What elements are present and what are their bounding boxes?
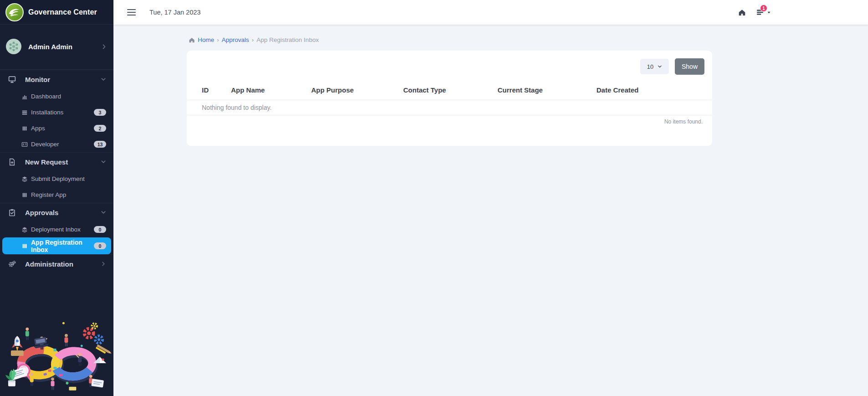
- column-header-app-purpose: App Purpose: [311, 86, 403, 94]
- chevron-down-icon: [101, 210, 106, 215]
- item-label: Deployment Inbox: [31, 226, 94, 233]
- count-badge: 13: [94, 141, 106, 148]
- main-column: Tue, 17 Jan 2023 1 Home › Approvals › Ap…: [113, 0, 868, 396]
- column-header-current-stage: Current Stage: [498, 86, 596, 94]
- app-logo-icon: [5, 3, 24, 21]
- sidebar-section-new-request[interactable]: New Request: [0, 152, 113, 171]
- clipboard-check-icon: [8, 209, 16, 216]
- sidebar-item-submit-deployment[interactable]: Submit Deployment: [0, 171, 113, 187]
- chevron-right-icon: [101, 261, 106, 267]
- table-empty-message: Nothing found to display.: [187, 100, 712, 115]
- show-button[interactable]: Show: [675, 58, 704, 75]
- breadcrumb-approvals-link[interactable]: Approvals: [222, 36, 249, 43]
- breadcrumb-separator: ›: [252, 36, 254, 43]
- rows-icon: [21, 109, 28, 116]
- sidebar-item-app-registration-inbox[interactable]: App Registration Inbox 0: [2, 237, 111, 254]
- monitor-icon: [8, 76, 16, 83]
- item-label: Installations: [31, 109, 94, 116]
- columns-icon: [21, 243, 28, 249]
- topbar-actions: 1: [738, 8, 771, 16]
- sidebar-item-developer[interactable]: Developer 13: [0, 136, 113, 152]
- item-label: App Registration Inbox: [31, 239, 94, 253]
- count-badge: 0: [94, 242, 106, 249]
- breadcrumb-home-link[interactable]: Home: [198, 36, 214, 43]
- sidebar-item-register-app[interactable]: Register App: [0, 187, 113, 203]
- column-header-date-created: Date Created: [596, 86, 703, 94]
- chevron-down-icon: [101, 159, 106, 165]
- id-card-icon: [21, 141, 28, 148]
- app-root: Governance Center Admin Admin M: [0, 0, 868, 396]
- sidebar-section-monitor[interactable]: Monitor: [0, 70, 113, 88]
- column-header-contact-type: Contact Type: [403, 86, 498, 94]
- page-size-select[interactable]: 10: [640, 59, 669, 74]
- section-label: Monitor: [25, 76, 101, 83]
- sidebar-item-dashboard[interactable]: Dashboard: [0, 88, 113, 104]
- sidebar: Governance Center Admin Admin M: [0, 0, 113, 396]
- notifications-menu[interactable]: 1: [756, 8, 771, 16]
- section-label: Administration: [25, 260, 101, 268]
- table-header-row: ID App Name App Purpose Contact Type Cur…: [187, 80, 712, 100]
- home-icon[interactable]: [738, 9, 746, 16]
- content-area: Home › Approvals › App Registration Inbo…: [113, 25, 868, 396]
- column-header-app-name: App Name: [231, 86, 311, 94]
- home-icon: [189, 37, 195, 43]
- item-label: Submit Deployment: [31, 175, 106, 182]
- item-label: Register App: [31, 191, 106, 198]
- topbar: Tue, 17 Jan 2023 1: [113, 0, 868, 25]
- user-name: Admin Admin: [28, 43, 95, 51]
- devops-illustration: [0, 319, 113, 396]
- file-plus-icon: [8, 158, 16, 166]
- section-label: Approvals: [25, 209, 101, 216]
- app-title: Governance Center: [28, 8, 97, 16]
- sidebar-item-apps[interactable]: Apps 2: [0, 120, 113, 136]
- item-label: Developer: [31, 141, 94, 148]
- breadcrumb-current: App Registration Inbox: [257, 36, 319, 43]
- sidebar-section-administration[interactable]: Administration: [0, 254, 113, 273]
- notification-badge: 1: [760, 5, 767, 12]
- layers-icon: [21, 176, 28, 182]
- table-controls: 10 Show: [187, 51, 712, 80]
- chevron-down-icon: [101, 77, 106, 82]
- gears-icon: [8, 260, 16, 268]
- sidebar-item-installations[interactable]: Installations 3: [0, 104, 113, 120]
- bar-chart-icon: [21, 93, 28, 100]
- column-header-id: ID: [202, 86, 231, 94]
- breadcrumb-separator: ›: [217, 36, 219, 43]
- chevron-right-icon: [101, 44, 107, 50]
- caret-down-icon: [766, 10, 771, 15]
- brand-header: Governance Center: [0, 0, 113, 25]
- app-registration-inbox-card: 10 Show ID App Name App Purpose Contact …: [187, 51, 712, 146]
- count-badge: 2: [94, 125, 106, 132]
- topbar-date: Tue, 17 Jan 2023: [149, 9, 200, 16]
- user-menu[interactable]: Admin Admin: [0, 25, 113, 69]
- item-label: Dashboard: [31, 93, 106, 100]
- sidebar-section-approvals[interactable]: Approvals: [0, 203, 113, 221]
- menu-toggle-button[interactable]: [125, 7, 138, 17]
- count-badge: 0: [94, 226, 106, 233]
- count-badge: 3: [94, 109, 106, 116]
- columns-icon: [21, 125, 28, 132]
- chevron-down-icon: [657, 64, 662, 69]
- columns-icon: [21, 192, 28, 198]
- item-label: Apps: [31, 125, 94, 132]
- page-size-value: 10: [647, 63, 653, 70]
- section-label: New Request: [25, 158, 101, 166]
- table-items-status: No items found.: [187, 115, 712, 125]
- layers-icon: [21, 226, 28, 233]
- sidebar-menu: Monitor Dashboard Installations 3 Apps 2…: [0, 69, 113, 273]
- breadcrumb: Home › Approvals › App Registration Inbo…: [187, 36, 868, 43]
- sidebar-item-deployment-inbox[interactable]: Deployment Inbox 0: [0, 221, 113, 237]
- avatar: [5, 38, 22, 55]
